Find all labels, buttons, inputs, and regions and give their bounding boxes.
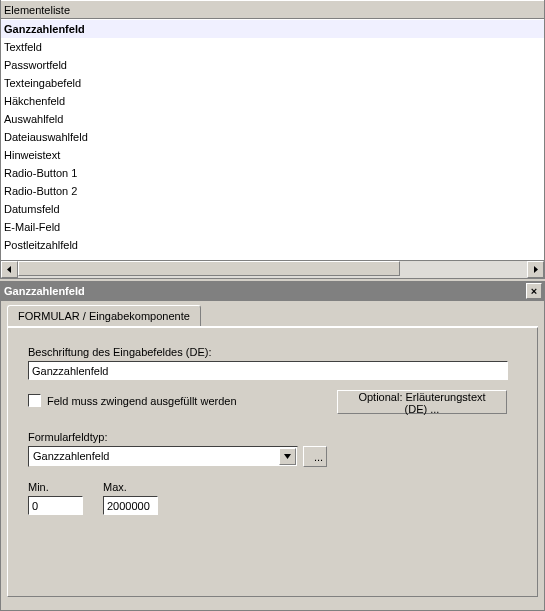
combo-drop-button[interactable] — [279, 448, 296, 465]
tab-formular[interactable]: FORMULAR / Eingabekomponente — [7, 305, 201, 326]
window: Elementeliste GanzzahlenfeldTextfeldPass… — [0, 0, 545, 611]
scroll-right-button[interactable] — [527, 261, 544, 278]
min-input[interactable] — [28, 496, 83, 515]
element-list-panel: Elementeliste GanzzahlenfeldTextfeldPass… — [0, 0, 545, 279]
field-type-more-button[interactable]: ... — [303, 446, 327, 467]
required-checkbox[interactable] — [28, 394, 41, 407]
close-icon: × — [531, 286, 537, 297]
close-button[interactable]: × — [526, 283, 542, 299]
list-item[interactable]: Radio-Button 1 — [1, 164, 544, 182]
field-type-value: Ganzzahlenfeld — [33, 450, 109, 462]
field-caption-label: Beschriftung des Eingabefeldes (DE): — [28, 346, 517, 358]
list-item[interactable]: Dateiauswahlfeld — [1, 128, 544, 146]
panel-title: Ganzzahlenfeld — [4, 285, 85, 297]
horizontal-scrollbar[interactable] — [1, 260, 544, 278]
list-item[interactable]: Postleitzahlfeld — [1, 236, 544, 254]
element-list-header: Elementeliste — [1, 0, 544, 19]
max-input[interactable] — [103, 496, 158, 515]
triangle-left-icon — [6, 266, 13, 273]
list-item[interactable]: Textfeld — [1, 38, 544, 56]
field-type-label: Formularfeldtyp: — [28, 431, 517, 443]
list-item[interactable]: Auswahlfeld — [1, 110, 544, 128]
field-type-combo[interactable]: Ganzzahlenfeld — [28, 446, 298, 467]
list-item[interactable]: Ganzzahlenfeld — [1, 20, 544, 38]
tab-body: Beschriftung des Eingabefeldes (DE): Opt… — [7, 327, 538, 597]
max-label: Max. — [103, 481, 158, 493]
triangle-down-icon — [284, 453, 291, 460]
list-item[interactable]: E-Mail-Feld — [1, 218, 544, 236]
list-item[interactable]: Texteingabefeld — [1, 74, 544, 92]
list-item[interactable]: Passwortfeld — [1, 56, 544, 74]
svg-marker-1 — [534, 266, 538, 273]
optional-text-button[interactable]: Optional: Erläuterungstext (DE) ... — [337, 390, 507, 414]
element-list[interactable]: GanzzahlenfeldTextfeldPasswortfeldTextei… — [1, 19, 544, 260]
list-item[interactable]: Radio-Button 2 — [1, 182, 544, 200]
list-item[interactable]: Hinweistext — [1, 146, 544, 164]
panel-title-bar: Ganzzahlenfeld × — [0, 281, 545, 301]
required-label: Feld muss zwingend ausgefüllt werden — [47, 395, 237, 407]
scroll-track[interactable] — [18, 261, 527, 278]
minmax-row: Min. Max. — [28, 481, 517, 515]
tab-strip: FORMULAR / Eingabekomponente — [7, 305, 538, 327]
list-item[interactable]: Häkchenfeld — [1, 92, 544, 110]
field-caption-input[interactable] — [28, 361, 508, 380]
scroll-left-button[interactable] — [1, 261, 18, 278]
triangle-right-icon — [532, 266, 539, 273]
properties-panel: FORMULAR / Eingabekomponente Beschriftun… — [0, 301, 545, 611]
scroll-thumb[interactable] — [18, 261, 400, 276]
tab-label: FORMULAR / Eingabekomponente — [18, 310, 190, 322]
svg-marker-0 — [7, 266, 11, 273]
min-label: Min. — [28, 481, 83, 493]
svg-marker-2 — [284, 454, 291, 459]
list-item[interactable]: Datumsfeld — [1, 200, 544, 218]
